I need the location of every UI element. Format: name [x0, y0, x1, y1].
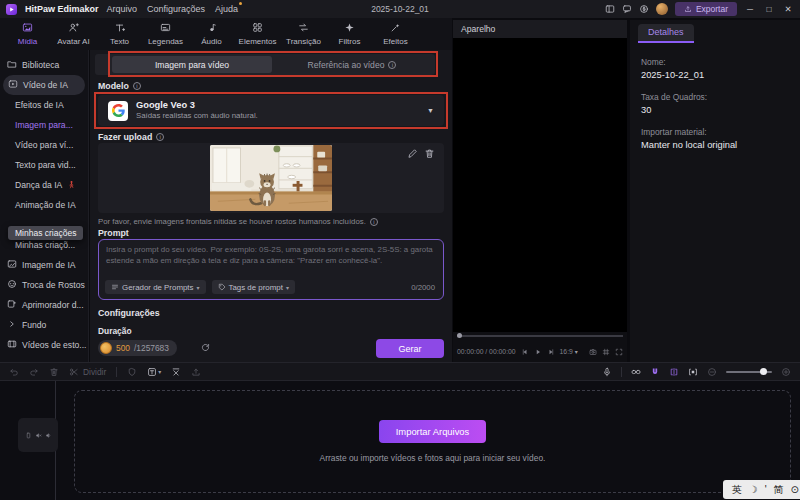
ime-segment[interactable]: ' [765, 484, 767, 495]
ribbon-tab-transicao[interactable]: Transição [281, 19, 326, 49]
layout-panels-icon[interactable] [605, 4, 615, 14]
main-track-icon[interactable] [25, 432, 32, 439]
delete-icon[interactable] [424, 148, 435, 159]
clear-track-icon[interactable] [171, 367, 181, 377]
ribbon-tab-label: Avatar AI [57, 37, 89, 46]
redo-icon[interactable] [29, 367, 39, 377]
tag-icon [218, 283, 226, 291]
media-dropzone[interactable]: Importar Arquivos Arraste ou importe víd… [74, 390, 791, 493]
sidebar-item-danca-da-ia[interactable]: Dança da IA [0, 175, 88, 195]
sidebar-item-imagem-para[interactable]: Imagem para... [0, 115, 88, 135]
previous-frame-icon[interactable] [521, 348, 529, 356]
aspect-ratio-select[interactable]: 16:9 ▾ [560, 348, 578, 355]
ime-bar[interactable]: 英☽'简⊙ [723, 480, 800, 499]
zoom-in-icon[interactable] [781, 367, 791, 377]
sidebar-item-videos-de-esto[interactable]: Vídeos de esto... [0, 335, 88, 355]
prompt-tags-label: Tags de prompt [229, 283, 283, 292]
edit-icon[interactable] [407, 148, 418, 159]
uploaded-image[interactable] [210, 145, 332, 211]
sidebar-item-imagem-de-ia[interactable]: Imagem de IA [0, 255, 88, 275]
volume-icon[interactable] [45, 432, 52, 439]
fullscreen-icon[interactable] [615, 348, 623, 356]
undo-icon[interactable] [9, 367, 19, 377]
delete-clip-icon[interactable] [49, 367, 59, 377]
sidebar-item-label: Vídeo de IA [23, 80, 68, 90]
ribbon-tab-legendas[interactable]: Legendas [143, 19, 188, 49]
sidebar-item-efeitos-de-ia[interactable]: Efeitos de IA [0, 95, 88, 115]
guides-icon[interactable] [602, 348, 610, 356]
close-button[interactable]: ✕ [782, 4, 794, 14]
seek-bar[interactable] [457, 332, 623, 339]
sidebar-item-label: Vídeos de esto... [22, 340, 87, 350]
snapshot-icon[interactable] [589, 348, 597, 356]
credits-balance: 500 [116, 343, 130, 353]
player-controls: 00:00:00 / 00:00:00 16:9 ▾ [457, 344, 623, 359]
shield-icon[interactable] [127, 367, 137, 377]
text-tool-button[interactable]: ▾ [147, 367, 161, 377]
microphone-icon[interactable] [602, 367, 612, 377]
tab-detalhes[interactable]: Detalhes [638, 24, 694, 43]
sidebar-item-troca-de-rostos[interactable]: Troca de Rostos [0, 275, 88, 295]
zoom-out-icon[interactable] [707, 367, 717, 377]
sidebar-item-label: Minhas criaçõ... [15, 240, 75, 250]
credits-icon[interactable] [639, 4, 649, 14]
export-button[interactable]: Exportar [675, 2, 737, 16]
feedback-icon[interactable] [622, 4, 632, 14]
ripple-edit-icon[interactable] [688, 367, 698, 377]
ribbon-tab-midia[interactable]: Mídia [5, 19, 50, 49]
play-icon[interactable] [534, 348, 542, 356]
sidebar-item-aprimorador-d[interactable]: Aprimorador d... [0, 295, 88, 315]
split-button[interactable]: Dividir [69, 367, 106, 377]
notification-dot [239, 2, 242, 5]
upload-area[interactable] [98, 143, 444, 213]
prompt-input[interactable] [99, 240, 443, 276]
ime-segment[interactable]: ⊙ [791, 484, 799, 495]
ime-segment[interactable]: ☽ [749, 484, 758, 495]
enhancer-icon [7, 299, 17, 311]
menu-arquivo[interactable]: Arquivo [107, 4, 138, 14]
minimize-button[interactable]: ─ [744, 4, 756, 14]
prompt-generator-button[interactable]: Gerador de Prompts ▾ [105, 280, 206, 294]
model-dropdown[interactable]: Google Veo 3 Saídas realistas com áudio … [98, 95, 444, 126]
generate-button[interactable]: Gerar [376, 339, 444, 358]
ime-segment[interactable]: 英 [732, 483, 742, 497]
prompt-section-label: Prompt [98, 228, 129, 238]
google-logo-icon [108, 101, 128, 121]
mute-icon[interactable] [35, 432, 42, 439]
zoom-slider[interactable] [726, 371, 772, 373]
sidebar-item-video-de-ia[interactable]: Vídeo de IA [3, 75, 85, 95]
import-files-button[interactable]: Importar Arquivos [379, 420, 486, 443]
ribbon-tab-audio[interactable]: Áudio [189, 19, 234, 49]
sidebar-item-biblioteca[interactable]: Biblioteca [0, 55, 88, 75]
ribbon-tab-label: Efeitos [383, 37, 407, 46]
prompt-tags-button[interactable]: Tags de prompt ▾ [212, 280, 295, 294]
maximize-button[interactable]: □ [763, 4, 775, 14]
sidebar-item-video-para-vi[interactable]: Vídeo para ví... [0, 135, 88, 155]
export-label: Exportar [696, 4, 728, 14]
sidebar-item-fundo[interactable]: Fundo [0, 315, 88, 335]
ribbon-tab-filtros[interactable]: Filtros [327, 19, 372, 49]
export-clip-icon[interactable] [191, 367, 201, 377]
tab-referencia-ao-video[interactable]: Referência ao vídeo i [272, 56, 432, 73]
sidebar-item-animacao-de-ia[interactable]: Animação de IA [0, 195, 88, 215]
ime-segment[interactable]: 简 [774, 483, 784, 497]
seek-handle[interactable] [457, 333, 462, 338]
menu-configuracoes[interactable]: Configurações [147, 4, 205, 14]
sidebar-item-texto-para-vid[interactable]: Texto para vid... [0, 155, 88, 175]
preview-screen [453, 38, 627, 332]
ribbon-tab-avatar-ai[interactable]: Avatar AI [51, 19, 96, 49]
magnet-icon[interactable] [650, 367, 660, 377]
details-panel: Detalhes Nome:2025-10-22_01Taxa de Quadr… [630, 20, 800, 362]
link-icon[interactable] [631, 367, 641, 377]
split-track-icon[interactable] [669, 367, 679, 377]
tab-imagem-para-video[interactable]: Imagem para vídeo [112, 56, 272, 73]
export-icon [684, 5, 692, 13]
menu-ajuda[interactable]: Ajuda [215, 4, 238, 14]
next-frame-icon[interactable] [547, 348, 555, 356]
ribbon-tab-elementos[interactable]: Elementos [235, 19, 280, 49]
ribbon-tab-efeitos[interactable]: Efeitos [373, 19, 418, 49]
ribbon-tab-texto[interactable]: Texto [97, 19, 142, 49]
zoom-slider-handle[interactable] [760, 368, 767, 375]
avatar[interactable] [656, 3, 668, 15]
refresh-icon[interactable] [200, 342, 211, 353]
